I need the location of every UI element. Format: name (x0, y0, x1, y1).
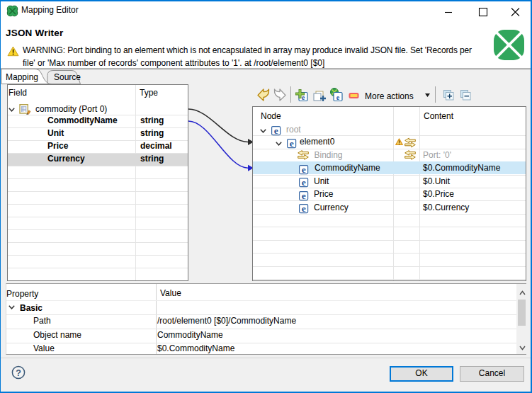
svg-text:e: e (336, 93, 340, 101)
svg-text:?: ? (16, 368, 21, 378)
